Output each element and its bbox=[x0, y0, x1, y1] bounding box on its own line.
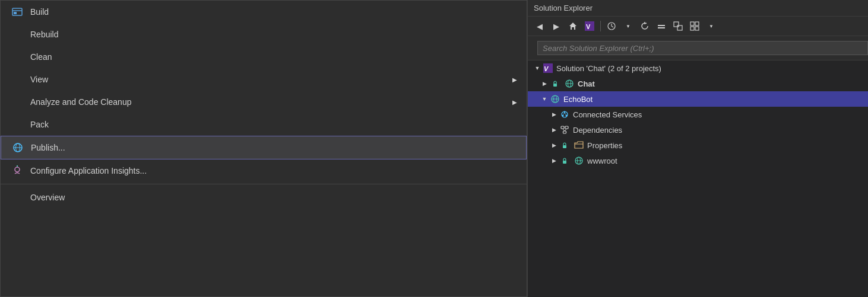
svg-rect-35 bbox=[561, 126, 564, 129]
tree-item-chat[interactable]: ▶ Chat bbox=[528, 76, 868, 91]
view-submenu-arrow: ▶ bbox=[512, 76, 517, 83]
svg-rect-36 bbox=[565, 126, 568, 129]
solution-explorer-title: Solution Explorer bbox=[534, 4, 593, 12]
dependencies-expand-arrow[interactable]: ▶ bbox=[549, 125, 559, 135]
menu-item-rebuild[interactable]: Rebuild bbox=[1, 23, 527, 46]
svg-rect-41 bbox=[563, 161, 566, 164]
wwwroot-expand-arrow[interactable]: ▶ bbox=[549, 156, 559, 165]
rebuild-icon-placeholder bbox=[10, 27, 24, 41]
toolbar-history-dropdown[interactable]: ▼ bbox=[621, 19, 635, 33]
configure-icon bbox=[10, 164, 24, 178]
menu-pack-label: Pack bbox=[30, 120, 517, 129]
svg-point-6 bbox=[15, 167, 20, 172]
chat-globe-icon bbox=[563, 78, 575, 90]
svg-rect-19 bbox=[695, 27, 699, 30]
clean-icon-placeholder bbox=[10, 50, 24, 64]
toolbar-refresh-btn[interactable] bbox=[638, 19, 652, 33]
wwwroot-globe-icon bbox=[573, 155, 585, 167]
svg-rect-22 bbox=[553, 84, 557, 87]
svg-line-39 bbox=[565, 129, 567, 131]
chat-label: Chat bbox=[578, 79, 863, 88]
build-icon bbox=[10, 5, 24, 19]
dependencies-label: Dependencies bbox=[573, 126, 863, 135]
wwwroot-lock-icon bbox=[559, 155, 571, 167]
svg-rect-17 bbox=[695, 22, 699, 25]
connected-services-label: Connected Services bbox=[573, 110, 863, 119]
menu-item-configure[interactable]: Configure Application Insights... bbox=[1, 159, 527, 182]
tree-item-wwwroot[interactable]: ▶ wwwroot bbox=[528, 153, 868, 168]
context-menu[interactable]: Build Rebuild Clean View ▶ Analyze and C… bbox=[0, 0, 527, 297]
menu-configure-label: Configure Application Insights... bbox=[30, 166, 517, 175]
solution-icon: V bbox=[542, 62, 554, 74]
toolbar-collapse-btn[interactable] bbox=[654, 19, 669, 33]
properties-lock-icon bbox=[559, 139, 571, 151]
svg-rect-40 bbox=[563, 145, 566, 148]
toolbar-back-btn[interactable]: ◀ bbox=[533, 19, 547, 33]
echobot-globe-icon bbox=[549, 93, 561, 105]
toolbar-expand-btn[interactable] bbox=[671, 19, 685, 33]
menu-item-build[interactable]: Build bbox=[1, 1, 527, 23]
svg-line-34 bbox=[565, 113, 566, 115]
svg-point-32 bbox=[566, 115, 568, 117]
analyze-icon-placeholder bbox=[10, 95, 24, 109]
tree-item-solution[interactable]: ▼ V Solution 'Chat' (2 of 2 projects) bbox=[528, 60, 868, 76]
menu-clean-label: Clean bbox=[30, 52, 517, 62]
menu-separator bbox=[1, 184, 527, 184]
search-container bbox=[528, 36, 868, 60]
menu-overview-label: Overview bbox=[30, 193, 517, 202]
menu-publish-label: Publish... bbox=[31, 143, 517, 152]
analyze-submenu-arrow: ▶ bbox=[512, 99, 517, 106]
properties-folder-icon bbox=[573, 139, 585, 151]
menu-analyze-label: Analyze and Code Cleanup bbox=[30, 97, 512, 107]
publish-icon bbox=[11, 140, 25, 155]
toolbar-home-btn[interactable] bbox=[566, 19, 580, 33]
solution-expand-arrow[interactable]: ▼ bbox=[533, 63, 542, 73]
dependencies-icon bbox=[559, 124, 571, 136]
svg-line-33 bbox=[563, 113, 565, 115]
svg-rect-15 bbox=[677, 25, 682, 30]
svg-rect-2 bbox=[14, 12, 17, 14]
svg-point-31 bbox=[562, 115, 564, 117]
overview-icon-placeholder bbox=[10, 190, 24, 205]
pack-icon-placeholder bbox=[10, 117, 24, 132]
menu-item-clean[interactable]: Clean bbox=[1, 46, 527, 68]
menu-item-overview[interactable]: Overview bbox=[1, 186, 527, 209]
properties-label: Properties bbox=[587, 141, 863, 150]
chat-expand-arrow[interactable]: ▶ bbox=[540, 79, 549, 88]
wwwroot-label: wwwroot bbox=[587, 157, 863, 165]
menu-view-label: View bbox=[30, 75, 512, 84]
menu-item-pack[interactable]: Pack bbox=[1, 113, 527, 136]
tree-item-connected-services[interactable]: ▶ Connected Services bbox=[528, 107, 868, 122]
menu-item-analyze[interactable]: Analyze and Code Cleanup ▶ bbox=[1, 91, 527, 113]
menu-item-view[interactable]: View ▶ bbox=[1, 68, 527, 91]
toolbar-history-btn[interactable] bbox=[604, 19, 619, 33]
solution-label: Solution 'Chat' (2 of 2 projects) bbox=[556, 64, 863, 73]
solution-explorer-panel: Solution Explorer ◀ ▶ V ▼ bbox=[527, 0, 868, 297]
svg-rect-13 bbox=[658, 27, 665, 28]
menu-build-label: Build bbox=[30, 7, 517, 17]
tree-item-properties[interactable]: ▶ Properties bbox=[528, 138, 868, 153]
connected-services-icon bbox=[559, 108, 571, 120]
toolbar-vs-btn[interactable]: V bbox=[582, 19, 597, 33]
chat-lock-icon bbox=[549, 78, 561, 90]
svg-rect-18 bbox=[690, 27, 694, 30]
menu-item-publish[interactable]: Publish... bbox=[1, 136, 527, 159]
svg-rect-37 bbox=[563, 131, 566, 133]
solution-tree: ▼ V Solution 'Chat' (2 of 2 projects) ▶ bbox=[528, 60, 868, 168]
toolbar-forward-btn[interactable]: ▶ bbox=[549, 19, 563, 33]
svg-point-30 bbox=[564, 111, 566, 113]
tree-item-echobot[interactable]: ▼ EchoBot bbox=[528, 91, 868, 107]
view-icon-placeholder bbox=[10, 72, 24, 87]
connected-services-expand-arrow[interactable]: ▶ bbox=[549, 110, 559, 119]
solution-explorer-toolbar: ◀ ▶ V ▼ bbox=[528, 17, 868, 36]
toolbar-sync-btn[interactable] bbox=[688, 19, 702, 33]
tree-item-dependencies[interactable]: ▶ Dependencies bbox=[528, 122, 868, 138]
toolbar-more-btn[interactable]: ▼ bbox=[704, 19, 718, 33]
menu-rebuild-label: Rebuild bbox=[30, 30, 517, 39]
properties-expand-arrow[interactable]: ▶ bbox=[549, 140, 559, 150]
search-input[interactable] bbox=[537, 41, 868, 55]
svg-rect-16 bbox=[690, 22, 694, 25]
echobot-label: EchoBot bbox=[563, 95, 863, 104]
echobot-expand-arrow[interactable]: ▼ bbox=[540, 94, 549, 104]
svg-rect-12 bbox=[658, 25, 665, 26]
